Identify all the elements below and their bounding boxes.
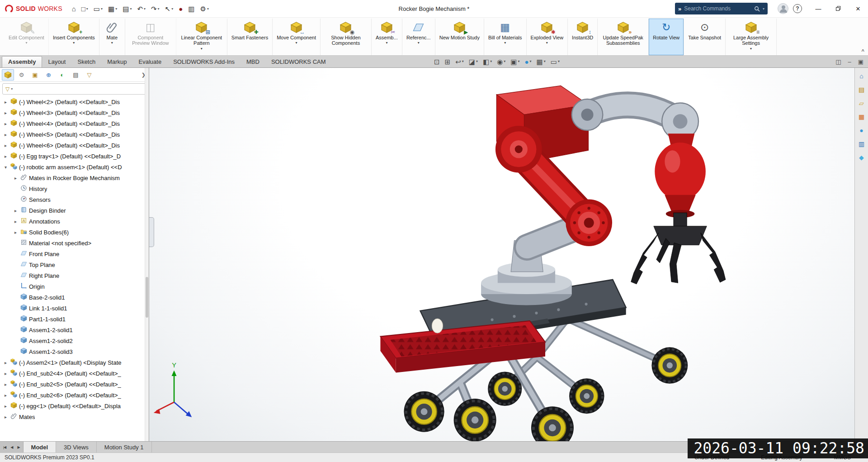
tree-item[interactable]: ▸(-) Wheel<4> (Default) <<Default>_Dis xyxy=(0,118,149,129)
solidworks-resources-icon[interactable]: ⌂ xyxy=(857,71,867,81)
help-icon[interactable]: ? xyxy=(793,4,802,13)
tree-item[interactable]: Link 1-1-solid1 xyxy=(0,303,149,314)
rover-3d-model[interactable]: Y xyxy=(149,68,854,441)
tree-item[interactable]: ▾(-) robotic arm assem<1> (Default) <<D xyxy=(0,162,149,172)
ribbon-button-new-motion-study[interactable]: ▶New Motion Study xyxy=(435,19,484,55)
zoom-fit-icon[interactable]: ⊡ xyxy=(434,58,440,65)
tree-item[interactable]: Material <not specified> xyxy=(0,238,149,248)
view-palette-icon[interactable]: ▦ xyxy=(857,112,867,122)
search-input[interactable] xyxy=(684,5,751,12)
tree-scrollbar-thumb[interactable] xyxy=(146,277,148,318)
appearances-icon[interactable]: ●▾ xyxy=(524,58,531,65)
ribbon-button-bill-of-materials[interactable]: ▦Bill of Materials▾ xyxy=(484,19,527,55)
select-icon[interactable]: ↖▾ xyxy=(163,2,176,15)
expand-icon[interactable]: ▸ xyxy=(3,414,9,419)
bottom-tab-model[interactable]: Model xyxy=(24,442,57,452)
filter-caret-icon[interactable]: ▾ xyxy=(11,87,13,91)
graphics-viewport[interactable]: Y xyxy=(149,68,854,441)
user-account-icon[interactable] xyxy=(778,3,788,14)
tree-item[interactable]: Front Plane xyxy=(0,248,149,259)
tree-item[interactable]: Assem1-2-solid2 xyxy=(0,335,149,346)
minimize-document-icon[interactable]: – xyxy=(848,58,851,65)
tab-layout[interactable]: Layout xyxy=(42,57,71,67)
ribbon-button-assemb[interactable]: ✂Assemb...▾ xyxy=(372,19,402,55)
tree-item[interactable]: ▸(-) Wheel<2> (Default) <<Default>_Dis xyxy=(0,96,149,107)
tree-item[interactable]: ▸(-) Egg tray<1> (Default) <<Default>_D xyxy=(0,151,149,162)
search-icon[interactable] xyxy=(754,6,760,12)
tree-item[interactable]: ▸(-) egg<1> (Default) <<Default>_Displa xyxy=(0,400,149,411)
expand-icon[interactable]: ▸ xyxy=(13,219,19,224)
tab-evaluate[interactable]: Evaluate xyxy=(133,57,168,67)
design-library-icon[interactable]: ▤ xyxy=(857,85,867,95)
tree-item[interactable]: History xyxy=(0,183,149,194)
tree-item[interactable]: Base-2-solid1 xyxy=(0,292,149,303)
search-dropdown-caret[interactable]: ▾ xyxy=(763,7,764,11)
expand-icon[interactable]: ▸ xyxy=(3,371,9,376)
print-icon[interactable]: ▤▾ xyxy=(120,2,134,15)
next-tab-icon[interactable]: ▶ xyxy=(15,445,21,449)
section-view-icon[interactable]: ◪▾ xyxy=(469,58,478,65)
file-properties-icon[interactable]: ▥ xyxy=(186,2,197,15)
tab-markup[interactable]: Markup xyxy=(101,57,132,67)
expand-icon[interactable]: ▸ xyxy=(3,360,9,365)
tab-mbd[interactable]: MBD xyxy=(241,57,265,67)
tree-filter-box[interactable]: ▽ ▾ xyxy=(2,83,146,95)
view-settings-icon[interactable]: ▭▾ xyxy=(551,58,560,65)
expand-icon[interactable]: ▸ xyxy=(3,110,9,115)
collapse-ribbon-icon[interactable]: ^ xyxy=(862,48,864,54)
collapse-icon[interactable]: ▾ xyxy=(3,165,9,170)
expand-icon[interactable]: ▸ xyxy=(13,230,19,235)
ribbon-button-smart-fasteners[interactable]: ✚Smart Fasteners xyxy=(227,19,273,55)
file-explorer-icon[interactable]: ▱ xyxy=(857,98,867,108)
ribbon-button-take-snapshot[interactable]: ⊙Take Snapshot xyxy=(684,19,726,55)
ribbon-button-component-preview-window[interactable]: ◫Component Preview Window xyxy=(125,19,176,55)
previous-tab-icon[interactable]: ◀ xyxy=(9,445,14,449)
ribbon-button-rotate-view[interactable]: ↻Rotate View xyxy=(649,19,684,55)
zoom-area-icon[interactable]: ⊞ xyxy=(445,58,451,65)
ribbon-button-large-assembly-settings[interactable]: ≡Large Assembly Settings▾ xyxy=(726,19,777,55)
tree-item[interactable]: Part1-1-solid1 xyxy=(0,314,149,324)
tree-item[interactable]: Top Plane xyxy=(0,259,149,270)
ribbon-button-exploded-view[interactable]: ✱Exploded View▾ xyxy=(527,19,568,55)
options-icon[interactable]: ⚙▾ xyxy=(198,2,211,15)
ribbon-button-linear-component-pattern[interactable]: ⊞Linear Component Pattern▾ xyxy=(176,19,227,55)
undo-icon[interactable]: ↶▾ xyxy=(135,2,148,15)
tree-item[interactable]: Assem1-2-solid1 xyxy=(0,324,149,335)
tab-assembly[interactable]: Assembly xyxy=(2,56,42,67)
ribbon-button-update-speedpak-subassemblies[interactable]: »Update SpeedPak Subassemblies xyxy=(598,19,649,55)
close-window-button[interactable]: ✕ xyxy=(848,0,868,17)
expand-icon[interactable]: ▸ xyxy=(3,404,9,409)
tree-item[interactable]: Right Plane xyxy=(0,270,149,281)
configuration-manager-tab[interactable]: ▣ xyxy=(29,69,41,81)
search-commands-box[interactable]: » ▾ xyxy=(675,3,768,14)
expand-icon[interactable]: ▸ xyxy=(3,393,9,398)
first-tab-icon[interactable]: |◀ xyxy=(1,445,8,449)
redo-icon[interactable]: ↷▾ xyxy=(149,2,162,15)
ribbon-button-instant3d[interactable]: ↕Instant3D xyxy=(568,19,598,55)
property-manager-tab[interactable]: ⚙ xyxy=(15,69,28,81)
solidworks-forum-icon[interactable]: ◆ xyxy=(857,152,867,162)
tab-sketch[interactable]: Sketch xyxy=(71,57,101,67)
ribbon-button-edit-component[interactable]: ✎Edit Component▾ xyxy=(5,19,49,55)
feature-manager-tab[interactable] xyxy=(2,69,14,81)
expand-icon[interactable]: ▸ xyxy=(13,208,19,213)
appearances-scenes-icon[interactable]: ● xyxy=(857,125,867,135)
panel-splitter-handle[interactable] xyxy=(149,217,154,247)
expand-icon[interactable]: ▸ xyxy=(3,143,9,148)
custom-properties-icon[interactable]: ▥ xyxy=(857,139,867,149)
tile-windows-icon[interactable]: ◫ xyxy=(835,58,841,65)
tab-solidworks-add-ins[interactable]: SOLIDWORKS Add-Ins xyxy=(167,57,241,67)
tree-item[interactable]: Sensors xyxy=(0,194,149,205)
save-icon[interactable]: ▦▾ xyxy=(106,2,119,15)
tree-item[interactable]: ▸(-) End_sub2<4> (Default) <<Default>_ xyxy=(0,368,149,379)
ribbon-button-show-hidden-components[interactable]: ◉Show Hidden Components xyxy=(321,19,372,55)
tab-solidworks-cam[interactable]: SOLIDWORKS CAM xyxy=(265,57,332,67)
home-icon[interactable]: ⌂ xyxy=(70,2,78,15)
display-style-icon[interactable]: ◧▾ xyxy=(483,58,492,65)
scene-icon[interactable]: ▦▾ xyxy=(537,58,546,65)
rebuild-icon[interactable]: ● xyxy=(176,2,185,15)
tree-item[interactable]: ▸(-) Wheel<6> (Default) <<Default>_Dis xyxy=(0,140,149,151)
minimize-window-button[interactable]: — xyxy=(808,0,828,17)
hide-show-items-icon[interactable]: ◉▾ xyxy=(497,58,505,65)
tree-item[interactable]: ▸(-) Wheel<3> (Default) <<Default>_Dis xyxy=(0,107,149,118)
